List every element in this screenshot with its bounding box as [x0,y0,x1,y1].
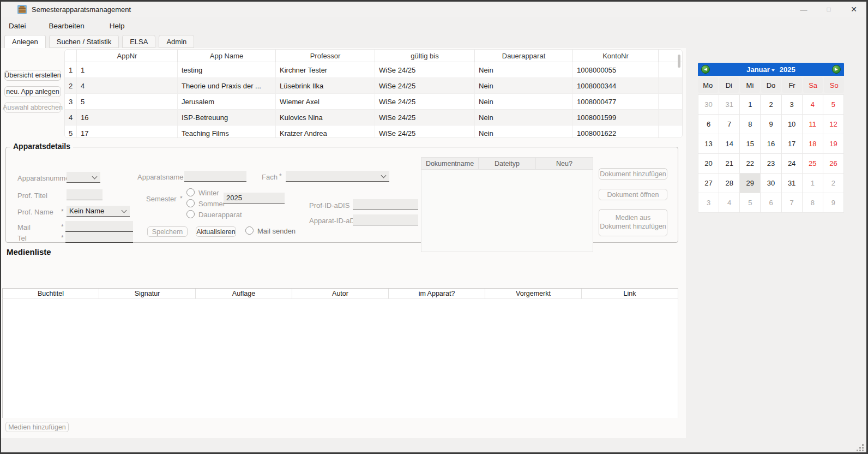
menu-datei[interactable]: Datei [3,20,32,32]
calendar-day[interactable]: 25 [803,154,823,174]
tel-field[interactable] [65,232,133,243]
apparatsnummer-combobox[interactable] [67,172,100,183]
calendar-day[interactable]: 2 [761,95,781,115]
prof-id-adis-field[interactable] [353,199,418,210]
tab-suchen-statistik[interactable]: Suchen / Statistik [49,35,119,48]
calendar-day[interactable]: 1 [740,95,761,115]
calendar-day[interactable]: 8 [740,115,761,134]
calendar-day[interactable]: 10 [782,115,803,134]
medien-aus-dokument-button[interactable]: Medien aus Dokument hinzufügen [599,209,667,236]
calendar-month[interactable]: Januar [746,65,770,74]
speichern-button[interactable]: Speichern [147,226,188,237]
calendar-day[interactable]: 15 [740,134,761,154]
calendar-day[interactable]: 16 [761,134,781,154]
medien-column-header-3[interactable]: Auflage [196,289,292,298]
calendar-day[interactable]: 18 [803,134,823,154]
calendar-day[interactable]: 1 [803,174,823,193]
calendar-day[interactable]: 30 [698,95,719,115]
calendar-day[interactable]: 22 [740,154,761,174]
calendar-day[interactable]: 9 [761,115,781,134]
calendar-day[interactable]: 27 [698,174,719,193]
tab-anlegen[interactable]: Anlegen [4,35,46,49]
calendar-day[interactable]: 7 [782,193,803,213]
column-header-1[interactable]: AppNr [77,50,178,62]
menu-help[interactable]: Help [104,20,130,32]
table-row[interactable]: 517Teaching FilmsKratzer AndreaWiSe 24/2… [65,126,682,138]
dokument-column-header-1[interactable]: Dokumentname [421,158,479,169]
medien-column-header-1[interactable]: Buchtitel [3,289,99,298]
winter-radio[interactable] [186,188,195,196]
resize-grip-icon[interactable] [855,443,864,451]
table-row[interactable]: 416ISP-BetreuungKulovics NinaWiSe 24/25N… [65,110,682,126]
column-header-2[interactable]: App Name [178,50,276,62]
medien-hinzufuegen-button[interactable]: Medien hinzufügen [5,422,69,432]
menu-bearbeiten[interactable]: Bearbeiten [44,20,90,32]
calendar-title[interactable]: Januar 2025 [746,65,795,74]
medien-column-header-2[interactable]: Signatur [99,289,196,298]
calendar-day[interactable]: 3 [782,95,803,115]
calendar-day[interactable]: 12 [823,115,844,134]
table-row[interactable]: 35JerusalemWiemer AxelWiSe 24/25Nein1008… [65,94,682,110]
dokument-column-header-2[interactable]: Dateityp [479,158,536,169]
calendar-day[interactable]: 20 [698,154,719,174]
calendar-day[interactable]: 13 [698,134,719,154]
table-row[interactable]: 11testingKirchner TesterWiSe 24/25Nein10… [65,62,682,78]
apparatsname-field[interactable] [184,171,246,182]
aktualisieren-button[interactable]: Aktualisieren [196,226,236,237]
tab-admin[interactable]: Admin [159,35,194,48]
column-header-4[interactable]: gültig bis [375,50,475,62]
calendar-day[interactable]: 6 [761,193,781,213]
calendar-day[interactable]: 14 [719,134,740,154]
tab-elsa[interactable]: ELSA [122,35,155,48]
column-header-6[interactable]: KontoNr [573,50,659,62]
prof-titel-field[interactable] [67,189,103,200]
calendar-day[interactable]: 31 [719,95,740,115]
medien-column-header-4[interactable]: Autor [292,289,389,298]
apparat-id-adis-field[interactable] [353,214,418,225]
calendar-day[interactable]: 6 [698,115,719,134]
column-header-5[interactable]: Dauerapparat [475,50,573,62]
calendar-day[interactable]: 7 [719,115,740,134]
calendar-day[interactable]: 31 [782,174,803,193]
calendar-day[interactable]: 23 [761,154,781,174]
calendar-day[interactable]: 5 [740,193,761,213]
neu-app-anlegen-button[interactable]: neu. App anlegen [4,86,61,97]
calendar-day-today[interactable]: 29 [740,174,761,193]
calendar-day[interactable]: 24 [782,154,803,174]
prof-name-combobox[interactable]: Kein Name [67,206,130,217]
medien-column-header-7[interactable]: Link [582,289,678,298]
calendar-day[interactable]: 4 [719,193,740,213]
maximize-icon[interactable]: □ [816,2,841,17]
uebersicht-erstellen-button[interactable]: Übersicht erstellen [4,70,61,81]
calendar-next-icon[interactable]: ▶ [832,65,841,74]
sommer-radio[interactable] [186,199,195,207]
calendar-day[interactable]: 26 [823,154,844,174]
apparat-table-scrollbar[interactable] [678,55,680,68]
calendar-day[interactable]: 11 [803,115,823,134]
semester-jahr-field[interactable] [224,193,285,204]
mail-senden-checkbox[interactable] [245,226,254,235]
calendar-day[interactable]: 4 [803,95,823,115]
calendar-prev-icon[interactable]: ◀ [701,65,710,74]
medien-column-header-6[interactable]: Vorgemerkt [485,289,582,298]
dokument-column-header-3[interactable]: Neu? [536,158,593,169]
calendar-year[interactable]: 2025 [780,65,795,74]
calendar-day[interactable]: 30 [761,174,781,193]
dokument-oeffnen-button[interactable]: Dokument öffnen [599,189,667,200]
close-icon[interactable]: ✕ [841,2,866,17]
calendar-day[interactable]: 3 [698,193,719,213]
calendar-day[interactable]: 17 [782,134,803,154]
calendar-day[interactable]: 9 [823,193,844,213]
minimize-icon[interactable]: — [791,2,816,17]
dauerapparat-radio[interactable] [186,210,195,218]
auswahl-abbrechen-button[interactable]: Auswahl abbrechen [4,102,61,113]
calendar-day[interactable]: 19 [823,134,844,154]
calendar-day[interactable]: 2 [823,174,844,193]
calendar-day[interactable]: 8 [803,193,823,213]
calendar-day[interactable]: 21 [719,154,740,174]
column-header-3[interactable]: Professor [276,50,375,62]
calendar-day[interactable]: 5 [823,95,844,115]
fach-combobox[interactable] [286,171,389,182]
mail-field[interactable] [65,221,133,232]
calendar-day[interactable]: 28 [719,174,740,193]
